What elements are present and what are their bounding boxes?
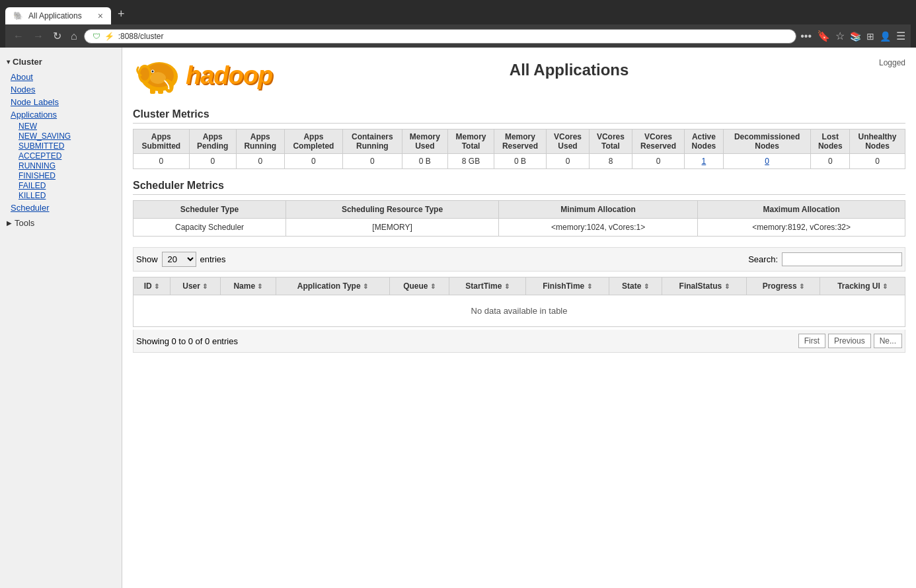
sidebar-item-accepted[interactable]: ACCEPTED bbox=[19, 151, 122, 161]
th-resource-type: Scheduling Resource Type bbox=[286, 201, 499, 219]
hadoop-logo-text: hadoop bbox=[186, 61, 272, 90]
th-vcores-used: VCoresUsed bbox=[547, 129, 590, 154]
bookmark-star-icon[interactable]: ☆ bbox=[835, 30, 845, 42]
applications-link[interactable]: Applications bbox=[11, 110, 57, 120]
show-entries: Show 10 20 25 50 100 entries bbox=[136, 252, 226, 267]
decommissioned-nodes-link[interactable]: 0 bbox=[765, 157, 769, 166]
val-decommissioned-nodes[interactable]: 0 bbox=[723, 154, 811, 169]
sidebar-item-about[interactable]: About bbox=[11, 71, 122, 83]
finished-link[interactable]: FINISHED bbox=[19, 171, 56, 180]
about-link[interactable]: About bbox=[11, 72, 33, 82]
tracking-icon: ⚡ bbox=[104, 32, 114, 41]
th-finishtime[interactable]: FinishTime ⇕ bbox=[525, 277, 609, 295]
sidebar-nav: About Nodes Node Labels Applications bbox=[0, 71, 122, 121]
val-active-nodes[interactable]: 1 bbox=[685, 154, 724, 169]
cluster-arrow-icon: ▾ bbox=[7, 58, 10, 65]
url-text: :8088/cluster bbox=[118, 32, 788, 41]
no-data-row: No data available in table bbox=[134, 295, 905, 327]
scheduler-data-row: Capacity Scheduler [MEMORY] <memory:1024… bbox=[134, 219, 905, 237]
th-containers-running: ContainersRunning bbox=[343, 129, 402, 154]
previous-button[interactable]: Previous bbox=[828, 334, 871, 348]
scheduler-link[interactable]: Scheduler bbox=[11, 203, 50, 213]
toolbar-right: ••• 🔖 ☆ 📚 ⊞ 👤 ☰ bbox=[800, 30, 905, 42]
th-user[interactable]: User ⇕ bbox=[170, 277, 220, 295]
home-button[interactable]: ⌂ bbox=[68, 29, 80, 44]
sidebar-item-nodelabels[interactable]: Node Labels bbox=[11, 96, 122, 108]
th-name[interactable]: Name ⇕ bbox=[220, 277, 276, 295]
node-labels-link[interactable]: Node Labels bbox=[11, 97, 59, 107]
nodes-link[interactable]: Nodes bbox=[11, 85, 36, 94]
header-area: hadoop All Applications Logged bbox=[133, 55, 905, 100]
address-bar[interactable]: 🛡 ⚡ :8088/cluster bbox=[84, 29, 797, 44]
scheduler-header-row: Scheduler Type Scheduling Resource Type … bbox=[134, 201, 905, 219]
th-queue[interactable]: Queue ⇕ bbox=[389, 277, 449, 295]
th-finalstatus[interactable]: FinalStatus ⇕ bbox=[662, 277, 747, 295]
th-max-allocation: Maximum Allocation bbox=[698, 201, 905, 219]
browser-toolbar: ← → ↻ ⌂ 🛡 ⚡ :8088/cluster ••• 🔖 ☆ 📚 ⊞ 👤 … bbox=[5, 24, 911, 48]
sidebar-item-applications[interactable]: Applications bbox=[11, 108, 122, 121]
tools-section[interactable]: ▶ Tools bbox=[0, 213, 122, 233]
th-id[interactable]: ID ⇕ bbox=[134, 277, 171, 295]
cluster-header[interactable]: ▾ Cluster bbox=[0, 53, 122, 71]
th-active-nodes: ActiveNodes bbox=[685, 129, 724, 154]
sidebar-item-nodes[interactable]: Nodes bbox=[11, 83, 122, 96]
val-apps-completed: 0 bbox=[284, 154, 343, 169]
th-app-type[interactable]: Application Type ⇕ bbox=[276, 277, 390, 295]
library-icon[interactable]: 📚 bbox=[850, 31, 861, 42]
search-input[interactable] bbox=[782, 252, 902, 266]
sidebar-item-failed[interactable]: FAILED bbox=[19, 180, 122, 190]
reload-button[interactable]: ↻ bbox=[50, 28, 64, 44]
submitted-link[interactable]: SUBMITTED bbox=[19, 141, 64, 151]
th-starttime[interactable]: StartTime ⇕ bbox=[449, 277, 525, 295]
th-apps-completed: AppsCompleted bbox=[284, 129, 343, 154]
th-progress[interactable]: Progress ⇕ bbox=[747, 277, 820, 295]
sort-starttime-icon: ⇕ bbox=[504, 283, 510, 290]
applications-table: ID ⇕ User ⇕ Name ⇕ Application Type ⇕ Qu… bbox=[133, 277, 905, 327]
pocket-icon[interactable]: 🔖 bbox=[817, 30, 830, 42]
th-scheduler-type: Scheduler Type bbox=[134, 201, 286, 219]
accepted-link[interactable]: ACCEPTED bbox=[19, 151, 61, 161]
security-shield-icon: 🛡 bbox=[93, 32, 100, 41]
app-table-header-row: ID ⇕ User ⇕ Name ⇕ Application Type ⇕ Qu… bbox=[134, 277, 905, 295]
synced-tabs-icon[interactable]: ⊞ bbox=[866, 31, 874, 42]
running-link[interactable]: RUNNING bbox=[19, 161, 56, 170]
more-options-btn[interactable]: ••• bbox=[800, 30, 812, 42]
sidebar-item-finished[interactable]: FINISHED bbox=[19, 170, 122, 180]
failed-link[interactable]: FAILED bbox=[19, 181, 46, 190]
pagination-buttons: First Previous Ne... bbox=[798, 334, 902, 348]
val-memory-total: 8 GB bbox=[448, 154, 494, 169]
show-entries-select[interactable]: 10 20 25 50 100 bbox=[162, 252, 196, 267]
avatar-icon[interactable]: 👤 bbox=[880, 31, 891, 42]
killed-link[interactable]: KILLED bbox=[19, 191, 46, 200]
sidebar-item-new-saving[interactable]: NEW_SAVING bbox=[19, 131, 122, 141]
page-title: All Applications bbox=[272, 61, 866, 79]
menu-icon[interactable]: ☰ bbox=[896, 30, 905, 42]
tab-favicon: 🐘 bbox=[13, 11, 23, 20]
th-unhealthy-nodes: UnhealthyNodes bbox=[850, 129, 905, 154]
scheduler-metrics-table: Scheduler Type Scheduling Resource Type … bbox=[133, 200, 905, 237]
val-memory-reserved: 0 B bbox=[494, 154, 546, 169]
th-vcores-reserved: VCoresReserved bbox=[632, 129, 684, 154]
back-button[interactable]: ← bbox=[11, 29, 26, 44]
active-tab[interactable]: 🐘 All Applications × bbox=[5, 7, 111, 24]
svg-point-8 bbox=[150, 72, 166, 84]
th-tracking-ui[interactable]: Tracking UI ⇕ bbox=[820, 277, 905, 295]
sidebar-item-killed[interactable]: KILLED bbox=[19, 190, 122, 200]
active-nodes-link[interactable]: 1 bbox=[702, 157, 706, 166]
cluster-metrics-title: Cluster Metrics bbox=[133, 108, 905, 124]
new-tab-btn[interactable]: + bbox=[111, 4, 132, 24]
new-link[interactable]: NEW bbox=[19, 122, 37, 131]
val-vcores-total: 8 bbox=[589, 154, 632, 169]
tab-close-btn[interactable]: × bbox=[98, 11, 103, 21]
th-state[interactable]: State ⇕ bbox=[609, 277, 662, 295]
entries-label: entries bbox=[200, 254, 226, 264]
sidebar-item-new[interactable]: NEW bbox=[19, 121, 122, 131]
sidebar-item-running[interactable]: RUNNING bbox=[19, 161, 122, 170]
forward-button[interactable]: → bbox=[30, 29, 46, 44]
th-decommissioned-nodes: DecommissionedNodes bbox=[723, 129, 811, 154]
search-box: Search: bbox=[748, 252, 902, 266]
next-button[interactable]: Ne... bbox=[874, 334, 902, 348]
sidebar-item-submitted[interactable]: SUBMITTED bbox=[19, 141, 122, 151]
new-saving-link[interactable]: NEW_SAVING bbox=[19, 131, 71, 141]
first-button[interactable]: First bbox=[798, 334, 825, 348]
